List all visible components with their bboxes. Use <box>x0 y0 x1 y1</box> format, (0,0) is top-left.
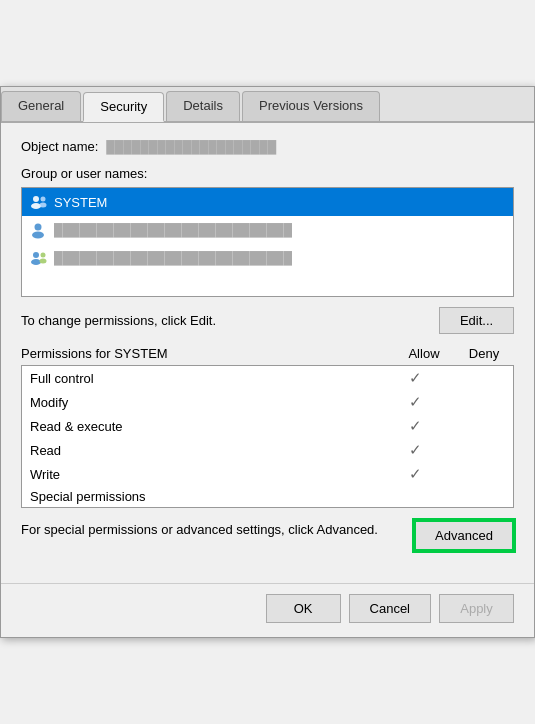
tab-content: Object name: ████████████████████ Group … <box>1 123 534 583</box>
user-item-2[interactable]: ████████████████████████████ <box>22 216 513 244</box>
user-item-3[interactable]: ████████████████████████████ <box>22 244 513 272</box>
svg-point-7 <box>31 259 41 265</box>
svg-point-6 <box>33 252 39 258</box>
tab-general[interactable]: General <box>1 91 81 121</box>
tab-security[interactable]: Security <box>83 92 164 122</box>
object-name-row: Object name: ████████████████████ <box>21 139 514 154</box>
user-3-name: ████████████████████████████ <box>54 251 292 265</box>
tab-previous-versions[interactable]: Previous Versions <box>242 91 380 121</box>
advanced-text: For special permissions or advanced sett… <box>21 520 404 540</box>
write-allow: ✓ <box>385 465 445 483</box>
users-list[interactable]: SYSTEM ████████████████████████████ ████ <box>21 187 514 297</box>
user-2-icon <box>28 220 48 240</box>
modify-allow: ✓ <box>385 393 445 411</box>
advanced-section: For special permissions or advanced sett… <box>21 520 514 551</box>
full-control-allow: ✓ <box>385 369 445 387</box>
user-item-system[interactable]: SYSTEM <box>22 188 513 216</box>
apply-button[interactable]: Apply <box>439 594 514 623</box>
svg-point-0 <box>33 196 39 202</box>
change-perm-row: To change permissions, click Edit. Edit.… <box>21 307 514 334</box>
user-2-name: ████████████████████████████ <box>54 223 292 237</box>
svg-point-9 <box>40 259 47 264</box>
object-name-label: Object name: <box>21 139 98 154</box>
user-system-icon <box>28 192 48 212</box>
group-users-label: Group or user names: <box>21 166 514 181</box>
perm-read-execute: Read & execute ✓ <box>22 414 513 438</box>
permissions-title: Permissions for SYSTEM <box>21 346 394 361</box>
permissions-box: Full control ✓ Modify ✓ Read & execute ✓… <box>21 365 514 508</box>
perm-read: Read ✓ <box>22 438 513 462</box>
tab-bar: General Security Details Previous Versio… <box>1 87 534 123</box>
svg-point-3 <box>40 203 47 208</box>
perm-write: Write ✓ <box>22 462 513 486</box>
deny-header: Deny <box>454 346 514 361</box>
svg-point-1 <box>31 203 41 209</box>
perm-modify: Modify ✓ <box>22 390 513 414</box>
edit-button[interactable]: Edit... <box>439 307 514 334</box>
properties-dialog: General Security Details Previous Versio… <box>0 86 535 638</box>
user-3-icon <box>28 248 48 268</box>
allow-header: Allow <box>394 346 454 361</box>
svg-point-5 <box>32 232 44 239</box>
advanced-button[interactable]: Advanced <box>414 520 514 551</box>
footer: OK Cancel Apply <box>1 583 534 637</box>
ok-button[interactable]: OK <box>266 594 341 623</box>
perm-full-control: Full control ✓ <box>22 366 513 390</box>
svg-point-2 <box>41 197 46 202</box>
read-execute-allow: ✓ <box>385 417 445 435</box>
perm-special: Special permissions <box>22 486 513 507</box>
tab-details[interactable]: Details <box>166 91 240 121</box>
svg-point-8 <box>41 253 46 258</box>
svg-point-4 <box>35 224 42 231</box>
read-allow: ✓ <box>385 441 445 459</box>
change-perm-text: To change permissions, click Edit. <box>21 313 216 328</box>
user-system-name: SYSTEM <box>54 195 107 210</box>
object-name-value: ████████████████████ <box>106 140 276 154</box>
cancel-button[interactable]: Cancel <box>349 594 431 623</box>
permissions-header: Permissions for SYSTEM Allow Deny <box>21 346 514 365</box>
